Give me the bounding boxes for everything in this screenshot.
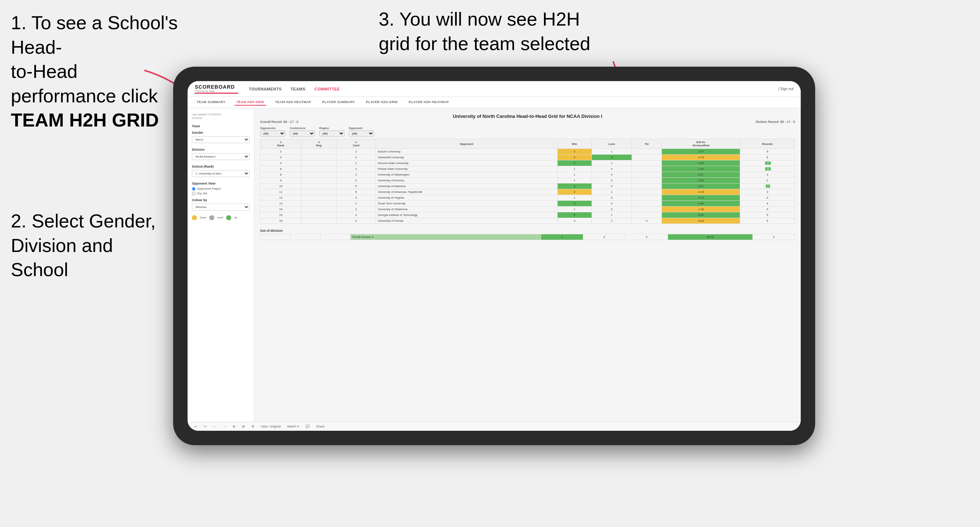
legend-down-dot [192,215,197,220]
filter-region: Region (All) [319,127,344,137]
grid-area: University of North Carolina Head-to-Hea… [254,108,801,422]
ood-tie: 0 [625,234,668,240]
bottom-toolbar: ↩ ↪ ← → ⊕ ⊞ ⚙ View: Original Watch ▾ 💬 S… [188,422,801,431]
filter-region-label: Region [319,127,344,130]
col-win: Win [557,139,592,149]
division-label: Division [192,148,250,151]
opponent-view-label: Opponent View [192,182,250,185]
ood-opponent: NCAA Division II [351,234,541,240]
col-conf: #Conf [337,139,376,149]
legend-up-label: Up [234,216,237,219]
last-updated: Last Updated: 27/03/2024 16:55:38 [192,113,250,120]
watch-btn[interactable]: Watch ▾ [286,424,301,429]
colour-by-select[interactable]: Win/loss [192,204,250,211]
nav-committee[interactable]: COMMITTEE [315,87,340,91]
ood-win: 1 [541,234,583,240]
out-of-division-table: NCAA Division II 1 0 0 26.00 3 [260,234,795,240]
filter-row: Opponents: (All) Conference (All) Region [260,127,795,137]
school-label: School (Rank) [192,165,250,168]
overall-record: Overall Record: 89 - 17 - 0 [260,120,298,124]
gender-select[interactable]: Men's Women's [192,136,250,143]
opponent-view-group: Opponents Played Top 100 [192,187,250,195]
sub-nav-team-summary[interactable]: TEAM SUMMARY [195,99,227,106]
col-reg: #Reg [301,139,336,149]
table-row: 13 1 Texas Tech University 3 0 5.56 9 [261,201,795,206]
nav-links: TOURNAMENTS TEAMS COMMITTEE [249,87,768,91]
back-btn[interactable]: ← [212,424,218,429]
sub-nav-player-h2h-heatmap[interactable]: PLAYER H2H HEATMAP [407,99,451,106]
school-select[interactable]: 1. University of Nort... [192,170,250,177]
tools-btn[interactable]: ⚙ [250,424,256,429]
sub-nav: TEAM SUMMARY TEAM H2H GRID TEAM H2H HEAT… [188,97,801,108]
tablet-device: SCOREBOARD Powered by clippi TOURNAMENTS… [173,67,815,445]
zoom-btn[interactable]: ⊕ [231,424,237,429]
ood-diff: 26.00 [668,234,752,240]
out-of-division-label: Out of division [260,229,795,232]
legend-up-dot [226,215,231,220]
col-loss: Loss [592,139,632,149]
share-btn[interactable]: Share [315,424,326,429]
filter-conference-select[interactable]: (All) [290,130,315,137]
table-row: 11 6 University of Arkansas, Fayettevill… [261,189,795,195]
h2h-table: #Rank #Reg #Conf Opponent Win Loss Tie D… [260,139,795,224]
comment-btn[interactable]: 💬 [304,424,311,429]
nav-teams[interactable]: TEAMS [291,87,305,91]
left-panel: Last Updated: 27/03/2024 16:55:38 Team G… [188,108,254,422]
table-row: 8 2 University of Washington 1 0 3.67 3 [261,172,795,178]
team-section-title: Team [192,124,250,128]
view-btn[interactable]: View: Original [259,424,282,429]
table-row: 3 2 Vanderbilt University 0 4 -2.29 8 [261,155,795,160]
logo-area: SCOREBOARD Powered by clippi [195,84,238,94]
filter-region-select[interactable]: (All) [319,130,344,137]
col-diff: Diff AvStrokes/Rnd [662,139,740,149]
filter-opponents: Opponents: (All) [260,127,285,137]
nav-tournaments[interactable]: TOURNAMENTS [249,87,282,91]
colour-by-label: Colour by [192,198,250,202]
undo-btn[interactable]: ↩ [193,424,199,429]
ood-loss: 0 [583,234,625,240]
radio-top-100[interactable]: Top 100 [192,192,250,195]
sub-nav-team-h2h-heatmap[interactable]: TEAM H2H HEATMAP [274,99,313,106]
legend-level-label: Level [217,216,223,219]
filter-conference-label: Conference [290,127,315,130]
sub-nav-player-h2h-grid[interactable]: PLAYER H2H GRID [364,99,399,106]
col-opponent: Opponent [376,139,557,149]
table-row: 12 3 University of Virginia 1 0 2.33 3 [261,195,795,201]
color-legend: Down Level Up [192,215,250,220]
division-record: Division Record: 88 - 17 - 0 [756,120,795,124]
ood-rounds: 3 [752,234,795,240]
filter-opponents-select[interactable]: (All) [260,130,285,137]
main-content: Last Updated: 27/03/2024 16:55:38 Team G… [188,108,801,422]
gender-label: Gender [192,131,250,135]
col-rounds: Rounds [740,139,795,149]
sub-nav-player-summary[interactable]: PLAYER SUMMARY [320,99,357,106]
nav-bar: SCOREBOARD Powered by clippi TOURNAMENTS… [188,81,801,97]
instruction-step2: 2. Select Gender, Division and School [11,209,156,282]
table-row: 10 5 University of Alabama 3 0 2.61 8 [261,184,795,189]
filter-opponent: Opponent (All) [349,127,374,137]
division-select[interactable]: NCAA Division I NCAA Division II NCAA Di… [192,153,250,160]
col-rank: #Rank [261,139,302,149]
instruction-step3: 3. You will now see H2H grid for the tea… [379,7,590,56]
col-tie: Tie [632,139,662,149]
grid-records: Overall Record: 89 - 17 - 0 Division Rec… [260,120,795,124]
table-row: 6 2 Florida State University 1 2 1.83 12 [261,166,795,172]
redo-btn[interactable]: ↪ [202,424,208,429]
table-row: 15 4 Georgia Institute of Technology 0 1… [261,212,795,218]
filter-opponents-label: Opponents: [260,127,285,130]
table-row: 2 1 Auburn University 2 1 1.67 9 [261,149,795,155]
radio-opponents-played[interactable]: Opponents Played [192,187,250,191]
sign-out[interactable]: | Sign out [778,87,794,91]
table-row: 9 3 University of Arizona 1 0 9.00 2 [261,178,795,184]
legend-level-dot [209,215,214,220]
table-row: 14 2 University of Oklahoma 1 2 -1.00 9 [261,206,795,212]
crop-btn[interactable]: ⊞ [240,424,247,429]
sub-nav-team-h2h-grid[interactable]: TEAM H2H GRID [234,99,266,106]
filter-opponent-select[interactable]: (All) [349,130,374,137]
tablet-screen: SCOREBOARD Powered by clippi TOURNAMENTS… [188,81,801,431]
grid-title: University of North Carolina Head-to-Hea… [260,114,795,119]
logo-text: SCOREBOARD [195,84,235,90]
out-of-division: Out of division NCAA Division II 1 0 0 [260,229,795,240]
forward-btn[interactable]: → [221,424,228,429]
filter-opponent-label: Opponent [349,127,374,130]
